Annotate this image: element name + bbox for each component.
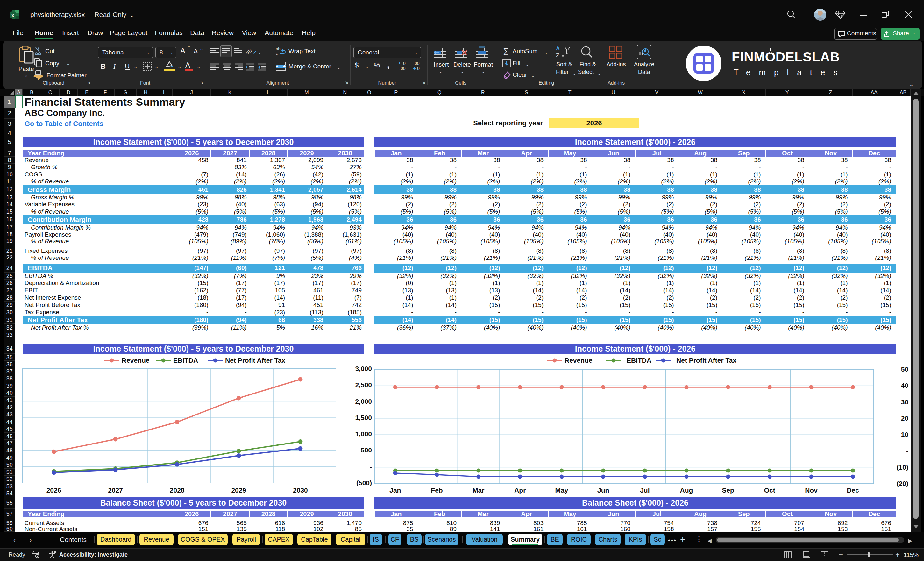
- svg-text:A: A: [556, 45, 560, 52]
- svg-text:0: 0: [403, 61, 406, 66]
- svg-text:2030: 2030: [293, 486, 308, 494]
- svg-text:Revenue: Revenue: [122, 357, 150, 364]
- svg-text:EBITDA: EBITDA: [173, 357, 198, 364]
- svg-text:Mar: Mar: [472, 486, 484, 494]
- svg-text:(10): (10): [897, 464, 908, 471]
- svg-text:20: 20: [901, 414, 908, 422]
- svg-text:(500): (500): [356, 479, 372, 486]
- svg-text:Apr: Apr: [514, 486, 526, 494]
- svg-text:Jun: Jun: [597, 486, 609, 494]
- svg-text:2029: 2029: [231, 486, 246, 494]
- svg-text:Sep: Sep: [722, 486, 734, 494]
- svg-text:-: -: [906, 447, 908, 454]
- svg-text:30: 30: [901, 398, 908, 406]
- svg-text:.00: .00: [413, 61, 420, 66]
- svg-text:2027: 2027: [108, 486, 123, 494]
- svg-text:Jan: Jan: [389, 486, 401, 494]
- svg-text:Z: Z: [556, 52, 559, 58]
- svg-text:3,000: 3,000: [355, 365, 372, 372]
- svg-text:1,500: 1,500: [355, 414, 372, 421]
- svg-text:Net Profit After Tax: Net Profit After Tax: [676, 357, 736, 364]
- svg-text:40: 40: [901, 382, 908, 389]
- svg-text:Revenue: Revenue: [564, 357, 592, 364]
- svg-text:ab: ab: [246, 48, 253, 56]
- svg-text:Oct: Oct: [764, 486, 775, 494]
- svg-text:Jul: Jul: [640, 486, 650, 494]
- svg-text:Net Profit After Tax: Net Profit After Tax: [225, 357, 285, 364]
- svg-text:500: 500: [361, 446, 372, 454]
- svg-text:.00: .00: [399, 66, 406, 71]
- svg-text:ab: ab: [276, 46, 280, 51]
- svg-text:0: 0: [417, 66, 420, 71]
- svg-text:2028: 2028: [170, 486, 184, 494]
- svg-text:2,500: 2,500: [355, 381, 372, 388]
- svg-text:x: x: [12, 12, 14, 18]
- svg-text:Feb: Feb: [431, 486, 442, 494]
- svg-text:50: 50: [901, 366, 908, 373]
- svg-text:May: May: [555, 486, 568, 494]
- svg-text:10: 10: [901, 431, 908, 438]
- svg-text:Nov: Nov: [805, 486, 818, 494]
- svg-text:(20): (20): [897, 480, 908, 487]
- svg-text:2026: 2026: [46, 486, 62, 494]
- svg-text:1,000: 1,000: [355, 430, 372, 438]
- svg-text:2,000: 2,000: [355, 398, 372, 405]
- svg-text:c: c: [276, 51, 278, 56]
- svg-text:Aug: Aug: [680, 486, 693, 494]
- svg-text:Dec: Dec: [847, 486, 859, 494]
- svg-text:EBITDA: EBITDA: [627, 357, 651, 364]
